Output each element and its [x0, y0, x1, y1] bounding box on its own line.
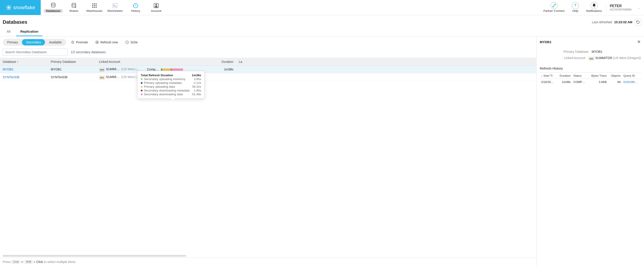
snowflake-icon [6, 4, 12, 11]
top-nav: snowflake Databases Shares Warehouses Wo… [0, 0, 644, 15]
svg-rect-6 [92, 3, 93, 4]
tab-all[interactable]: All [3, 27, 14, 36]
svg-rect-8 [96, 3, 96, 4]
table-header-row: Database ↑ Primary Database Linked Accou… [0, 58, 536, 65]
nav-help[interactable]: Help [568, 1, 582, 14]
nav-label: Worksheets [108, 9, 122, 12]
selection-hint: Press Cmd or Shift + Click to select mul… [0, 258, 536, 266]
nav-warehouses[interactable]: Warehouses [84, 1, 105, 14]
star-icon [71, 40, 75, 44]
svg-rect-11 [96, 5, 96, 6]
detail-primary-label: Primary Database [564, 50, 588, 53]
svg-rect-12 [92, 7, 93, 7]
svg-point-4 [51, 3, 55, 4]
col-linked[interactable]: Linked Account [96, 58, 144, 65]
hcol-duration[interactable]: Duration [557, 73, 572, 79]
history-row[interactable]: 2/10/20… 1m38s COMP… 3.0KB 84 0192280… [540, 79, 641, 85]
db-link[interactable]: MYDB1 [3, 67, 14, 71]
promote-action[interactable]: Promote [68, 39, 91, 45]
refresh-icon [636, 20, 640, 24]
hcol-objects[interactable]: Objects [608, 73, 622, 79]
hcell-objects: 84 [608, 79, 622, 85]
cell-duration [209, 73, 236, 81]
database-icon [50, 2, 56, 8]
aws-icon: aws [99, 76, 105, 79]
nav-label: Account [151, 9, 162, 12]
databases-table: Database ↑ Primary Database Linked Accou… [0, 58, 536, 81]
toolbar: Primary Secondary Available Promote Refr… [0, 36, 536, 48]
hcol-query[interactable]: Query ID [622, 73, 641, 79]
table-row[interactable]: SYNTAXDB SYNTAXDB awsSUMMI… (US West (Or… [0, 73, 536, 81]
refresh-history-title: Refresh History [540, 66, 641, 70]
main: Primary Secondary Available Promote Refr… [0, 36, 644, 266]
search-row: 1/2 secondary databases [0, 48, 536, 58]
nav-label: Warehouses [86, 9, 103, 12]
svg-rect-7 [94, 3, 95, 4]
refresh-now-action[interactable]: Refresh now [92, 39, 121, 45]
segment-primary[interactable]: Primary [3, 39, 22, 45]
nav-label: Databases [44, 9, 63, 13]
nav-items: Databases Shares Warehouses Worksheets H… [41, 0, 540, 15]
detail-linked-value: awsSUMMITDR (US West (Oregon)) [588, 56, 641, 60]
cell-primary-db: SYNTAXDB [48, 73, 96, 81]
cell-linked: awsSUMMI… (US West (Ore… [96, 73, 144, 81]
svg-point-5 [72, 3, 76, 5]
col-database[interactable]: Database ↑ [0, 58, 48, 65]
nav-worksheets[interactable]: Worksheets [105, 1, 125, 14]
close-icon[interactable]: ✕ [637, 39, 641, 44]
cell-last [236, 73, 536, 81]
hcell-duration: 1m38s [557, 79, 572, 85]
col-primary-db[interactable]: Primary Database [48, 58, 96, 65]
user-menu[interactable]: PETER ACCOUNTADMIN ⌄ [606, 4, 642, 11]
worksheets-icon [112, 2, 118, 9]
segment-secondary[interactable]: Secondary [22, 39, 45, 45]
db-link[interactable]: SYNTAXDB [3, 75, 19, 79]
refresh-button[interactable] [634, 19, 641, 25]
schedule-label: Sche [130, 40, 138, 44]
nav-history[interactable]: History [125, 1, 146, 14]
table-row[interactable]: MYDB1 MYDB1 awsSUMMI… (US West (Ore… Com… [0, 65, 536, 73]
brand-text: snowflake [13, 5, 35, 10]
clock-icon [125, 40, 129, 44]
chevron-down-icon: ⌄ [638, 6, 640, 9]
segment-control: Primary Secondary Available [3, 39, 66, 46]
nav-account[interactable]: Account [146, 1, 166, 14]
nav-label: Partner Connect [544, 9, 565, 12]
query-id-link[interactable]: 0192280… [624, 80, 638, 84]
nav-databases[interactable]: Databases [43, 1, 64, 14]
duration-tooltip: Total Refresh Duration 1m38s Secondary u… [138, 71, 204, 99]
aws-icon: aws [99, 68, 105, 71]
refresh-now-label: Refresh now [100, 40, 118, 44]
nav-notifications[interactable]: Notifications [583, 1, 605, 14]
hcell-query: 0192280… [622, 79, 641, 85]
nav-partner-connect[interactable]: Partner Connect [540, 1, 568, 14]
hcell-start: 2/10/20… [540, 79, 557, 85]
progress-bar [161, 68, 183, 71]
cell-last [236, 65, 536, 73]
page-tabs: All Replication [0, 27, 644, 36]
segment-available[interactable]: Available [45, 39, 66, 45]
svg-rect-13 [94, 7, 95, 7]
warehouses-icon [92, 2, 97, 9]
schedule-action[interactable]: Sche [122, 39, 140, 45]
key-shift: Shift [24, 260, 33, 264]
bell-icon [590, 2, 598, 9]
detail-title: MYDB1 [540, 40, 552, 44]
svg-rect-9 [92, 5, 93, 6]
partner-connect-icon [550, 2, 558, 9]
cell-duration: 1m38s [209, 65, 236, 73]
col-duration[interactable]: Duration [209, 58, 236, 65]
col-last[interactable]: La [236, 58, 536, 65]
detail-panel: MYDB1 ✕ Primary Database MYDB1 Linked Ac… [536, 36, 644, 266]
tab-replication[interactable]: Replication [16, 27, 42, 36]
nav-shares[interactable]: Shares [64, 1, 84, 14]
hcol-bytes[interactable]: Bytes Trans [588, 73, 608, 79]
refresh-history-table: ↓ Start Ti Duration Status Bytes Trans O… [540, 72, 641, 85]
hcol-status[interactable]: Status [572, 73, 588, 79]
hcol-start[interactable]: ↓ Start Ti [540, 73, 557, 79]
brand-logo[interactable]: snowflake [0, 0, 41, 15]
col-status[interactable] [144, 58, 209, 65]
search-input[interactable] [3, 48, 68, 56]
horizontal-scrollbar[interactable] [3, 255, 186, 257]
hcell-bytes: 3.0KB [588, 79, 608, 85]
